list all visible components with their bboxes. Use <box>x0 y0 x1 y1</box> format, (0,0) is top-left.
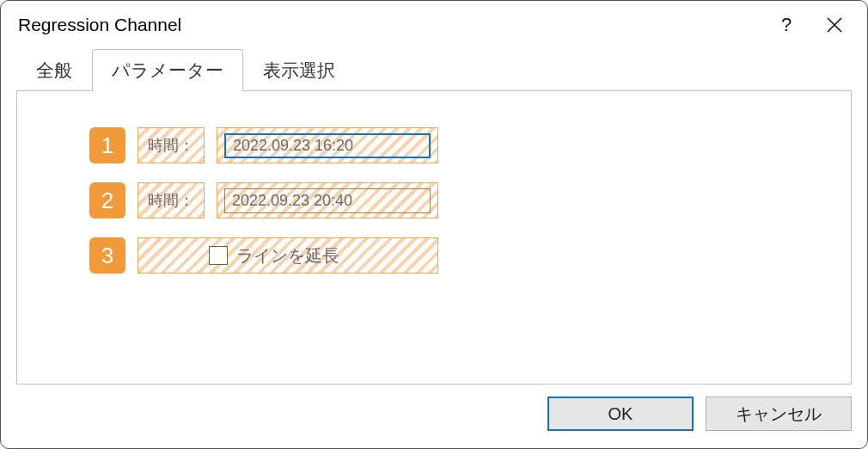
time-field-container-2: 2022.09.23 20:40 <box>217 182 438 218</box>
time-field-2[interactable]: 2022.09.23 20:40 <box>224 188 431 213</box>
time-field-1[interactable]: 2022.09.23 16:20 <box>224 133 431 158</box>
tabs: 全般 パラメーター 表示選択 <box>16 49 852 91</box>
param-row-3: 3 ラインを延長 <box>89 237 834 274</box>
tab-general[interactable]: 全般 <box>16 49 92 91</box>
step-badge-1: 1 <box>89 127 125 163</box>
dialog-window: Regression Channel ? 全般 パラメーター 表示選択 1 時間… <box>0 0 868 449</box>
time-label-2: 時間： <box>138 182 205 218</box>
tab-content: 1 時間： 2022.09.23 16:20 2 時間： 2022.09.23 … <box>16 91 852 384</box>
help-button[interactable]: ? <box>762 4 810 46</box>
param-row-1: 1 時間： 2022.09.23 16:20 <box>89 127 834 163</box>
tab-display[interactable]: 表示選択 <box>243 49 355 91</box>
extend-line-label: ラインを延長 <box>236 244 339 268</box>
window-title: Regression Channel <box>18 15 762 35</box>
cancel-button[interactable]: キャンセル <box>706 397 852 431</box>
extend-line-container: ラインを延長 <box>138 237 438 274</box>
title-bar: Regression Channel ? <box>1 1 867 49</box>
time-field-container-1: 2022.09.23 16:20 <box>217 127 438 163</box>
close-icon <box>827 17 842 33</box>
param-row-2: 2 時間： 2022.09.23 20:40 <box>89 182 834 218</box>
tab-parameters[interactable]: パラメーター <box>92 49 243 91</box>
step-badge-3: 3 <box>89 237 125 274</box>
extend-line-checkbox[interactable] <box>209 246 228 265</box>
step-badge-2: 2 <box>89 182 125 218</box>
time-label-1: 時間： <box>138 127 205 163</box>
tabs-container: 全般 パラメーター 表示選択 <box>1 49 867 91</box>
button-bar: OK キャンセル <box>1 384 867 448</box>
ok-button[interactable]: OK <box>547 397 694 431</box>
close-button[interactable] <box>810 4 859 46</box>
